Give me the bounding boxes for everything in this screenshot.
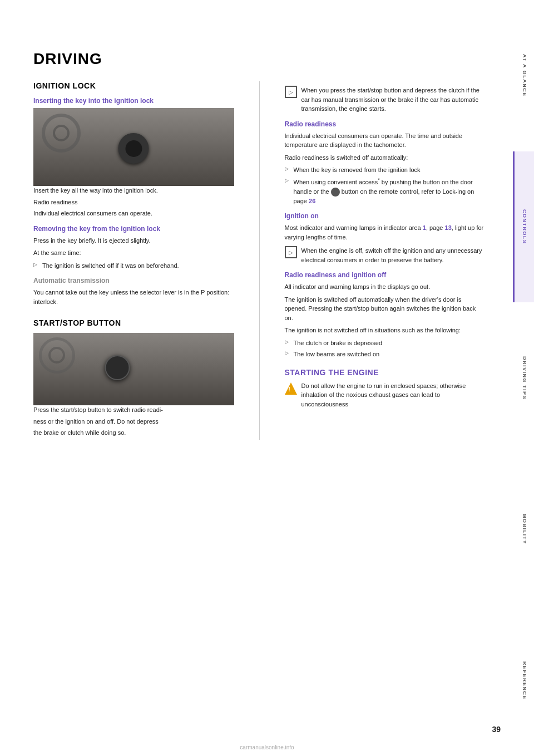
insert-text3: Individual electrical consumers can oper… <box>33 209 234 218</box>
radio-ignition-off-bullets: The clutch or brake is depressed The low… <box>285 338 486 359</box>
start-stop-header: START/STOP BUTTON <box>33 318 234 327</box>
radio-ignition-off-text2: The ignition is switched off automatical… <box>285 295 486 323</box>
right-column: ▷ When you press the start/stop button a… <box>285 81 486 440</box>
page-title: DRIVING <box>33 50 485 68</box>
start-stop-image <box>33 333 234 405</box>
sidebar-reference-label: REFERENCE <box>522 661 527 700</box>
note-text: When you press the start/stop button and… <box>301 86 486 114</box>
sidebar-driving-tips[interactable]: DRIVING TIPS <box>513 302 534 454</box>
ignition-on-note: ▷ When the engine is off, switch off the… <box>285 246 486 264</box>
sidebar-at-a-glance-label: AT A GLANCE <box>522 54 527 97</box>
warning-triangle-icon: ! <box>285 382 297 395</box>
insert-text2: Radio readiness <box>33 198 234 207</box>
removing-bullet1: The ignition is switched off if it was o… <box>33 261 234 271</box>
auto-trans-header: Automatic transmission <box>33 277 234 284</box>
removing-text1: Press in the key briefly. It is ejected … <box>33 236 234 246</box>
steering-center-2-icon <box>48 347 65 364</box>
ignition-image <box>33 108 234 186</box>
inserting-key-header: Inserting the key into the ignition lock <box>33 97 234 105</box>
remote-button-icon <box>331 188 340 197</box>
radio-ignition-off-text3: The ignition is not switched off in situ… <box>285 326 486 335</box>
start-stop-caption2: ness or the ignition on and off. Do not … <box>33 417 234 426</box>
radio-readiness-text1: Individual electrical consumers can oper… <box>285 131 486 150</box>
sidebar-at-a-glance[interactable]: AT A GLANCE <box>513 0 534 151</box>
start-stop-caption3: the brake or clutch while doing so. <box>33 428 234 438</box>
start-stop-note: ▷ When you press the start/stop button a… <box>285 86 486 114</box>
column-divider <box>259 81 260 440</box>
sidebar-reference[interactable]: REFERENCE <box>513 605 534 756</box>
ignition-bullet2: The low beams are switched on <box>285 350 486 359</box>
radio-ignition-off-header: Radio readiness and ignition off <box>285 271 486 279</box>
sidebar-mobility-label: MOBILITY <box>522 514 527 544</box>
radio-readiness-header: Radio readiness <box>285 120 486 128</box>
radio-ignition-off-text1: All indicator and warning lamps in the d… <box>285 282 486 292</box>
steering-center-icon <box>53 125 70 141</box>
start-stop-button-icon <box>105 355 130 380</box>
removing-bullets: The ignition is switched off if it was o… <box>33 261 234 271</box>
insert-text1: Insert the key all the way into the igni… <box>33 186 234 195</box>
radio-bullet2-page: 26 <box>309 198 315 204</box>
starting-engine-warning: ! Do not allow the engine to run in encl… <box>285 381 486 409</box>
radio-bullet2: When using convenient access* by pushing… <box>285 177 486 206</box>
starting-engine-warning-text: Do not allow the engine to run in enclos… <box>301 381 486 409</box>
start-stop-caption1: Press the start/stop button to switch ra… <box>33 405 234 415</box>
radio-readiness-text2: Radio readiness is switched off automati… <box>285 153 486 163</box>
ignition-page-ref: 13 <box>445 224 452 231</box>
radio-bullet2-ref: button on the remote control, refer to L… <box>294 188 474 204</box>
warning-exclamation: ! <box>289 385 290 394</box>
ignition-on-note-text: When the engine is off, switch off the i… <box>301 246 486 264</box>
sidebar-driving-tips-label: DRIVING TIPS <box>522 356 527 400</box>
main-content: DRIVING IGNITION LOCK Inserting the key … <box>0 0 513 756</box>
removing-key-header: Removing the key from the ignition lock <box>33 225 234 233</box>
radio-bullet2-text: When using convenient access* by pushing… <box>294 179 474 204</box>
left-column: IGNITION LOCK Inserting the key into the… <box>33 81 234 440</box>
ignition-lock-header: IGNITION LOCK <box>33 81 234 90</box>
right-sidebar: AT A GLANCE CONTROLS DRIVING TIPS MOBILI… <box>513 0 534 756</box>
key-circle-icon <box>118 133 149 164</box>
note-icon: ▷ <box>285 86 297 98</box>
page-container: DRIVING IGNITION LOCK Inserting the key … <box>0 0 534 756</box>
radio-readiness-bullets: When the key is removed from the ignitio… <box>285 165 486 205</box>
sidebar-mobility[interactable]: MOBILITY <box>513 454 534 605</box>
auto-trans-text: You cannot take out the key unless the s… <box>33 288 234 306</box>
radio-bullet1: When the key is removed from the ignitio… <box>285 165 486 175</box>
watermark: carmanualsonline.info <box>240 744 294 750</box>
starting-engine-header: STARTING THE ENGINE <box>285 368 486 377</box>
note-icon-2: ▷ <box>285 246 297 258</box>
two-col-layout: IGNITION LOCK Inserting the key into the… <box>33 81 485 440</box>
sidebar-controls-label: CONTROLS <box>522 209 527 244</box>
ignition-on-header: Ignition on <box>285 212 486 220</box>
page-number: 39 <box>492 725 501 734</box>
sidebar-controls[interactable]: CONTROLS <box>513 151 534 303</box>
ignition-on-text1: Most indicator and warning lamps in indi… <box>285 223 486 242</box>
removing-text2: At the same time: <box>33 248 234 258</box>
ignition-area-ref: 1 <box>423 224 426 231</box>
ignition-bullet1: The clutch or brake is depressed <box>285 338 486 348</box>
